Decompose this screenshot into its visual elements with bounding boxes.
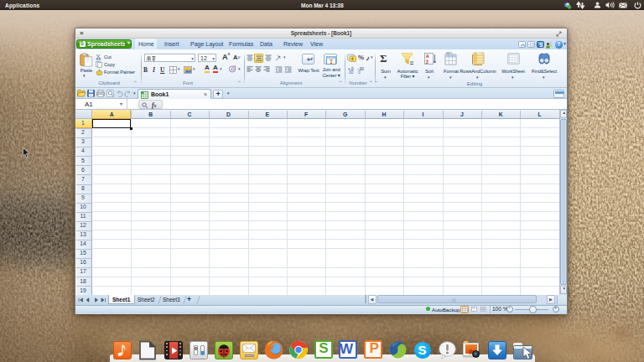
svg-text:.0: .0 xyxy=(357,70,361,74)
svg-text:A: A xyxy=(426,54,429,59)
svg-text:.00: .00 xyxy=(348,70,354,74)
